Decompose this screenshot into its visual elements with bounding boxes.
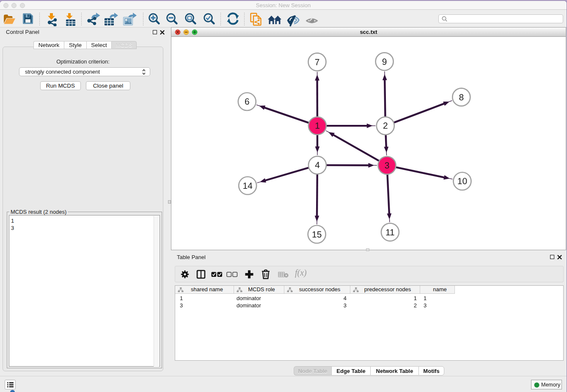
- svg-text:14: 14: [243, 181, 253, 191]
- svg-text:8: 8: [459, 93, 464, 102]
- svg-text:7: 7: [315, 58, 320, 67]
- svg-text:4: 4: [315, 161, 320, 171]
- svg-text:10: 10: [457, 177, 467, 186]
- svg-text:9: 9: [382, 57, 387, 67]
- svg-text:15: 15: [312, 230, 322, 240]
- svg-text:6: 6: [245, 97, 250, 107]
- svg-text:3: 3: [385, 161, 390, 171]
- svg-text:11: 11: [385, 228, 395, 237]
- svg-text:1: 1: [315, 121, 320, 131]
- svg-text:2: 2: [383, 121, 388, 131]
